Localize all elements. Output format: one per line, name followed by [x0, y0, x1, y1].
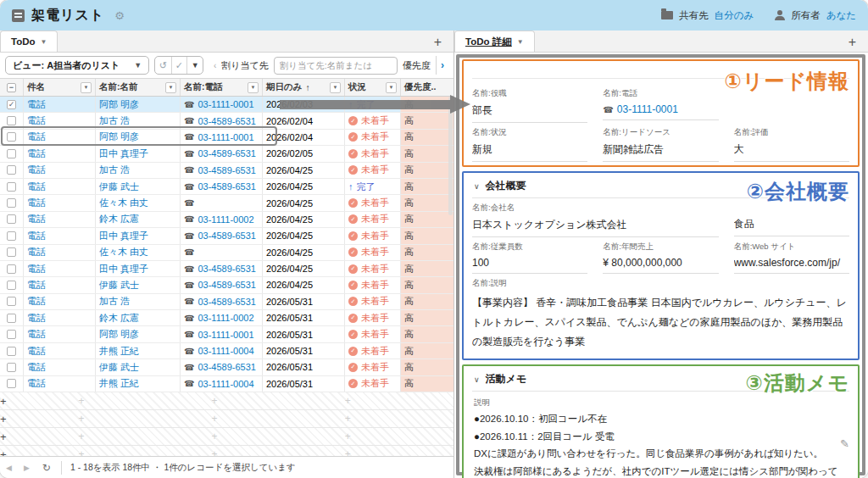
memo-section-header[interactable]: ∨ 活動メモ: [472, 370, 849, 392]
select-all-checkbox[interactable]: −: [0, 79, 24, 96]
scroll-right-button[interactable]: ›: [436, 56, 448, 75]
share-value-link[interactable]: 自分のみ: [715, 9, 754, 22]
name-cell[interactable]: 伊藤 武士: [96, 359, 181, 375]
row-checkbox[interactable]: [0, 326, 24, 342]
subject-cell[interactable]: 電話: [24, 195, 96, 210]
table-row[interactable]: 電話伊藤 武士☎03-4589-65312026/04/25↑完了高: [0, 179, 453, 195]
detail-field[interactable]: 名前:役職部長: [472, 84, 587, 123]
vertical-scrollbar[interactable]: [448, 97, 453, 215]
undo-button[interactable]: ↺: [155, 57, 170, 74]
row-checkbox[interactable]: [0, 294, 24, 309]
name-cell[interactable]: 加古 浩: [96, 294, 181, 309]
phone-cell[interactable]: ☎03-4589-6531: [181, 261, 263, 276]
row-checkbox[interactable]: [0, 261, 24, 276]
gear-icon[interactable]: ⚙: [114, 9, 125, 22]
row-checkbox[interactable]: [0, 179, 24, 194]
tab-todo-detail[interactable]: ToDo 詳細 ▼: [454, 31, 535, 52]
column-header-4[interactable]: 期日のみ↑▼: [263, 79, 345, 96]
detail-field[interactable]: 名前:リードソース新聞雑誌広告: [603, 123, 718, 162]
filter-dropdown-icon[interactable]: ▼: [81, 82, 92, 93]
phone-cell[interactable]: ☎03-4589-6531: [181, 163, 263, 178]
phone-cell[interactable]: ☎: [181, 195, 263, 210]
detail-field[interactable]: 名前:会社名日本ストックオプション株式会社: [472, 198, 719, 237]
phone-number[interactable]: 03-1111-0002: [198, 313, 253, 323]
company-description-field[interactable]: 名前:説明 【事業内容】 香辛・調味加工食品事業 日本国内でルウカレー、ルウシチ…: [472, 274, 849, 355]
phone-cell[interactable]: ☎03-4589-6531: [181, 113, 263, 128]
subject-cell[interactable]: 電話: [24, 343, 96, 358]
phone-cell[interactable]: ☎03-4589-6531: [181, 359, 263, 375]
phone-cell[interactable]: ☎03-1111-0004: [181, 376, 263, 392]
add-row[interactable]: +++++: [0, 446, 453, 456]
company-section-header[interactable]: ∨ 会社概要: [472, 177, 849, 198]
row-checkbox[interactable]: [0, 195, 24, 210]
phone-cell[interactable]: ☎03-4589-6531: [181, 294, 263, 309]
name-cell[interactable]: 田中 真理子: [96, 146, 181, 161]
phone-number[interactable]: 03-1111-0001: [617, 103, 678, 115]
row-checkbox[interactable]: [0, 310, 24, 325]
edit-pencil-icon[interactable]: ✎: [840, 437, 849, 450]
add-row[interactable]: +++++: [0, 392, 453, 410]
subject-cell[interactable]: 電話: [24, 359, 96, 375]
column-header-6[interactable]: 優先度..: [401, 79, 453, 96]
row-checkbox[interactable]: [0, 113, 24, 128]
phone-cell[interactable]: ☎03-4589-6531: [181, 228, 263, 243]
table-row[interactable]: 電話阿部 明彦☎03-1111-00012026/05/31✓未着手高: [0, 326, 453, 342]
detail-field[interactable]: 名前:電話☎03-1111-0001: [603, 84, 718, 123]
name-cell[interactable]: 加古 浩: [96, 113, 181, 128]
table-row[interactable]: ✓電話阿部 明彦☎03-1111-00012026/02/03↑完了高: [0, 97, 453, 113]
add-row-icon[interactable]: +: [0, 431, 7, 443]
add-row-icon[interactable]: +: [0, 395, 7, 408]
memo-text[interactable]: ●2026.10.10：初回コール不在●2026.10.11：2回目コール 受電…: [472, 410, 849, 478]
phone-cell[interactable]: ☎: [181, 245, 263, 260]
subject-cell[interactable]: 電話: [24, 163, 96, 178]
row-checkbox[interactable]: [0, 228, 24, 243]
add-tab-button[interactable]: +: [429, 35, 447, 52]
subject-cell[interactable]: 電話: [24, 212, 96, 227]
detail-field[interactable]: 名前:状況新規: [472, 123, 587, 162]
table-row[interactable]: 電話田中 真理子☎03-4589-65312026/04/25✓未着手高: [0, 228, 453, 244]
phone-number[interactable]: 03-4589-6531: [198, 362, 256, 372]
next-page-icon[interactable]: ▶: [18, 464, 36, 472]
sort-asc-icon[interactable]: ↑: [306, 82, 310, 92]
phone-number[interactable]: 03-4589-6531: [198, 231, 256, 241]
row-checkbox[interactable]: [0, 277, 24, 292]
row-checkbox[interactable]: [0, 130, 24, 145]
column-header-5[interactable]: 状況▼: [345, 79, 401, 96]
phone-cell[interactable]: ☎03-1111-0001: [181, 326, 263, 342]
table-row[interactable]: 電話鈴木 広憲☎03-1111-00022026/04/25✓未着手高: [0, 212, 453, 228]
filter-dropdown-icon[interactable]: ▼: [386, 82, 397, 93]
row-checkbox[interactable]: [0, 343, 24, 358]
filter-dropdown-icon[interactable]: ▼: [165, 82, 176, 93]
add-row-icon[interactable]: +: [0, 413, 7, 425]
subject-cell[interactable]: 電話: [24, 179, 96, 194]
phone-cell[interactable]: ☎03-4589-6531: [181, 277, 263, 292]
add-row-icon[interactable]: +: [0, 448, 7, 456]
confirm-button[interactable]: ✓: [171, 57, 187, 74]
row-checkbox[interactable]: [0, 163, 24, 178]
subject-cell[interactable]: 電話: [24, 130, 96, 145]
subject-cell[interactable]: 電話: [24, 277, 96, 292]
subject-cell[interactable]: 電話: [24, 294, 96, 309]
table-row[interactable]: 電話加古 浩☎03-4589-65312026/05/31✓未着手高: [0, 294, 453, 310]
subject-cell[interactable]: 電話: [24, 326, 96, 342]
subject-cell[interactable]: 電話: [24, 261, 96, 276]
row-checkbox[interactable]: ✓: [0, 97, 24, 112]
phone-number[interactable]: 03-1111-0004: [198, 379, 253, 389]
name-cell[interactable]: 田中 真理子: [96, 228, 181, 243]
table-row[interactable]: 電話佐々木 由丈☎2026/04/25✓未着手高: [0, 195, 453, 211]
table-row[interactable]: 電話鈴木 広憲☎03-1111-00022026/05/31✓未着手高: [0, 310, 453, 326]
row-checkbox[interactable]: [0, 146, 24, 161]
column-header-3[interactable]: 名前:電話▼: [181, 79, 263, 96]
table-row[interactable]: 電話井熊 正紀☎03-1111-00042026/05/31✓未着手高: [0, 376, 453, 392]
table-row[interactable]: 電話伊藤 武士☎03-4589-65312026/04/25✓未着手高: [0, 277, 453, 293]
filter-dropdown-icon[interactable]: ▼: [330, 82, 341, 93]
row-checkbox[interactable]: [0, 245, 24, 260]
subject-cell[interactable]: 電話: [24, 113, 96, 128]
name-cell[interactable]: 伊藤 武士: [96, 277, 181, 292]
tab-todo[interactable]: ToDo ▼: [0, 31, 58, 52]
table-row[interactable]: 電話加古 浩☎03-4589-65312026/04/25✓未着手高: [0, 163, 453, 179]
row-checkbox[interactable]: [0, 212, 24, 227]
subject-cell[interactable]: 電話: [24, 310, 96, 325]
phone-cell[interactable]: ☎03-1111-0001: [181, 130, 263, 145]
name-cell[interactable]: 加古 浩: [96, 163, 181, 178]
